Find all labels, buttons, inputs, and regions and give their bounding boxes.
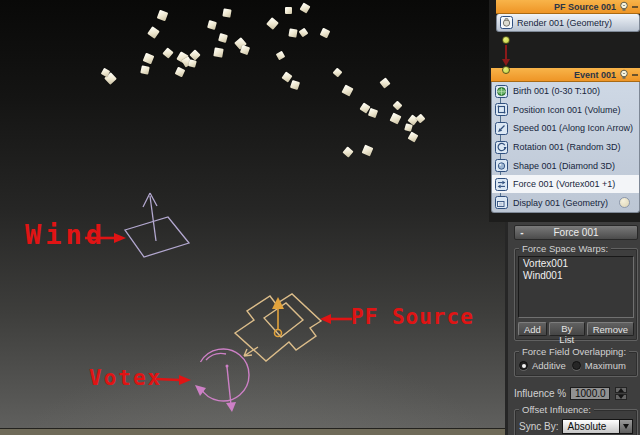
maximum-radio-label: Maximum	[585, 360, 626, 371]
operator-label: Birth 001 (0-30 T:100)	[513, 86, 600, 96]
sync-by-label: Sync By:	[519, 421, 558, 432]
birth-icon	[495, 85, 508, 98]
maximum-radio[interactable]: Maximum	[572, 360, 626, 371]
operator-label: Force 001 (Vortex001 +1)	[513, 179, 615, 189]
event-node[interactable]: Event 001 Birth 001 (0-	[491, 68, 640, 213]
particle	[147, 26, 160, 39]
particle	[404, 123, 413, 132]
force-space-warps-group: Force Space Warps: Vortex001 Wind001 Add…	[514, 248, 638, 341]
viewport-bottom-frame	[0, 429, 507, 435]
force-field-overlapping-label: Force Field Overlapping:	[519, 346, 629, 357]
event-node-title: Event 001	[574, 70, 616, 80]
additive-radio-label: Additive	[532, 360, 566, 371]
particle	[300, 3, 311, 14]
operator-row-force[interactable]: Force 001 (Vortex001 +1)	[492, 175, 639, 194]
particle-view-panel: PF Source 001 Render 001 (Geometry)	[489, 0, 640, 222]
spinner-down-button[interactable]	[615, 394, 627, 400]
event-node-header[interactable]: Event 001	[491, 68, 640, 82]
operator-row-rotation[interactable]: Rotation 001 (Random 3D)	[492, 138, 639, 157]
particle	[332, 67, 342, 77]
particle	[298, 27, 308, 37]
operator-row-display[interactable]: Display 001 (Geometry)	[492, 193, 639, 212]
sync-by-row: Sync By: Absolute	[519, 419, 633, 434]
operator-row-position[interactable]: Position Icon 001 (Volume)	[492, 101, 639, 120]
influence-row: Influence % 1000.0	[514, 387, 638, 400]
rollout-title: Force 001	[529, 227, 623, 238]
pf-source-node-header[interactable]: PF Source 001	[496, 0, 640, 14]
particle	[361, 144, 373, 156]
particle	[240, 45, 250, 55]
render-icon	[500, 16, 513, 29]
lightbulb-icon[interactable]	[619, 1, 629, 13]
particle	[156, 9, 168, 21]
particle	[175, 67, 186, 78]
pf-source-node[interactable]: PF Source 001 Render 001 (Geometry)	[496, 0, 640, 32]
rollout-collapse-button[interactable]: -	[515, 227, 529, 238]
render-operator-label: Render 001 (Geometry)	[517, 18, 612, 28]
minimize-dash-icon[interactable]	[632, 74, 638, 76]
particle	[408, 132, 419, 143]
operator-label: Shape 001 (Diamond 3D)	[513, 161, 615, 171]
particle	[285, 7, 292, 14]
add-button[interactable]: Add	[518, 322, 547, 336]
list-item[interactable]: Wind001	[523, 270, 629, 282]
spinner-up-button[interactable]	[615, 387, 627, 393]
shape-icon	[495, 159, 508, 172]
operator-label: Speed 001 (Along Icon Arrow)	[513, 123, 633, 133]
particle	[266, 17, 279, 30]
3dsmax-screenshot: Wind PF Source Votex PF Source 001	[0, 0, 640, 435]
particle	[320, 28, 331, 39]
list-item[interactable]: Vortex001	[523, 258, 629, 270]
pf-source-annotation-label: PF Source	[351, 307, 474, 328]
wind-annotation-label: Wind	[25, 221, 106, 248]
display-color-swatch[interactable]	[619, 197, 630, 208]
render-operator-row[interactable]: Render 001 (Geometry)	[496, 14, 640, 32]
radio-dot-icon[interactable]	[572, 361, 581, 370]
influence-label: Influence %	[514, 388, 566, 399]
sync-by-dropdown[interactable]: Absolute	[562, 419, 633, 434]
particle	[142, 52, 154, 64]
particle	[275, 50, 285, 60]
by-list-button[interactable]: By List	[549, 322, 585, 336]
event-node-body: Birth 001 (0-30 T:100) Position Icon 001…	[491, 82, 640, 213]
particle	[140, 65, 149, 74]
particle	[213, 47, 223, 57]
influence-spinner[interactable]	[615, 387, 627, 400]
particle	[188, 59, 197, 68]
remove-button[interactable]: Remove	[587, 322, 634, 336]
additive-radio[interactable]: Additive	[519, 360, 566, 371]
output-socket-dot[interactable]	[502, 36, 510, 44]
force-rollout-header[interactable]: - Force 001	[514, 225, 638, 240]
minimize-dash-icon[interactable]	[632, 6, 638, 8]
space-warps-list[interactable]: Vortex001 Wind001	[518, 256, 634, 318]
operator-label: Position Icon 001 (Volume)	[513, 105, 621, 115]
particle	[341, 84, 353, 96]
particle	[288, 28, 297, 37]
operator-row-speed[interactable]: Speed 001 (Along Icon Arrow)	[492, 119, 639, 138]
operator-label: Display 001 (Geometry)	[513, 198, 608, 208]
force-icon	[495, 178, 508, 191]
sync-by-value: Absolute	[563, 421, 619, 432]
particle	[342, 146, 353, 157]
lightbulb-icon[interactable]	[619, 69, 629, 81]
position-icon	[495, 103, 508, 116]
particle	[162, 47, 173, 58]
vortex-annotation-label: Votex	[89, 368, 162, 389]
operator-label: Rotation 001 (Random 3D)	[513, 142, 621, 152]
display-icon	[495, 196, 508, 209]
operator-row-birth[interactable]: Birth 001 (0-30 T:100)	[492, 82, 639, 101]
particle	[290, 80, 300, 90]
event-wire-arrowhead	[502, 59, 510, 66]
pf-source-node-title: PF Source 001	[554, 2, 616, 12]
particle	[218, 33, 228, 43]
force-space-warps-label: Force Space Warps:	[519, 243, 611, 254]
rotation-icon	[495, 141, 508, 154]
particle	[207, 20, 217, 30]
operator-row-shape[interactable]: Shape 001 (Diamond 3D)	[492, 156, 639, 175]
dropdown-arrow-icon[interactable]	[619, 420, 632, 433]
input-socket-dot[interactable]	[502, 66, 510, 74]
influence-value-field[interactable]: 1000.0	[570, 387, 610, 400]
radio-dot-icon[interactable]	[519, 361, 528, 370]
particle	[222, 8, 231, 17]
particle	[379, 77, 390, 88]
